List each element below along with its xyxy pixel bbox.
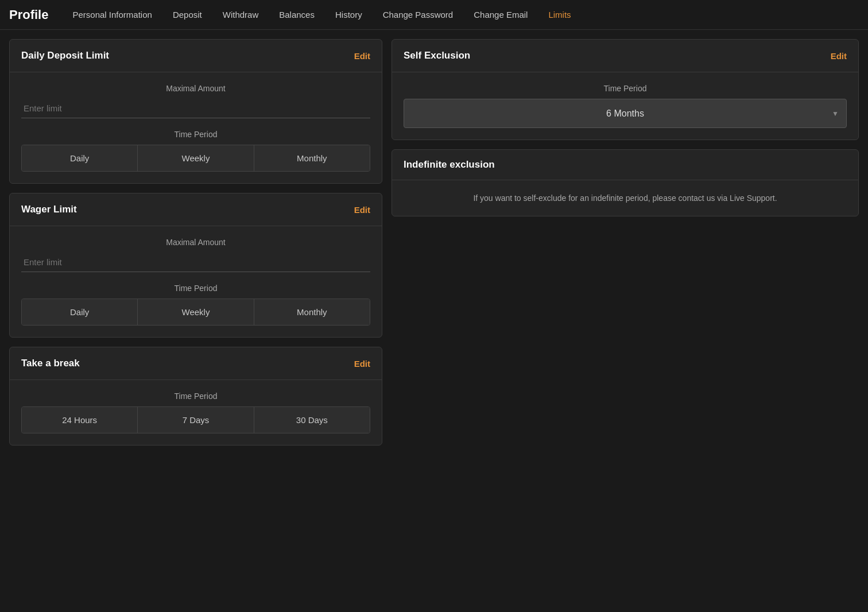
wager-limit-amount-input[interactable] — [21, 253, 370, 272]
self-exclusion-card: Self Exclusion Edit Time Period 1 Month … — [392, 39, 859, 140]
take-a-break-edit-button[interactable]: Edit — [354, 359, 370, 369]
nav-personal-information[interactable]: Personal Information — [62, 0, 162, 30]
wager-limit-edit-button[interactable]: Edit — [354, 205, 370, 215]
self-exclusion-edit-button[interactable]: Edit — [831, 51, 847, 61]
wager-limit-title: Wager Limit — [21, 204, 77, 215]
nav-limits[interactable]: Limits — [538, 0, 581, 30]
daily-deposit-body: Maximal Amount Time Period Daily Weekly … — [10, 72, 382, 183]
indefinite-exclusion-header: Indefinite exclusion — [392, 150, 858, 180]
indefinite-exclusion-body: If you want to self-exclude for an indef… — [392, 180, 858, 216]
nav-deposit[interactable]: Deposit — [162, 0, 212, 30]
daily-deposit-header: Daily Deposit Limit Edit — [10, 40, 382, 72]
self-exclusion-select[interactable]: 1 Month 3 Months 6 Months 1 Year 2 Years… — [404, 99, 847, 128]
nav-balances[interactable]: Balances — [269, 0, 325, 30]
take-a-break-body: Time Period 24 Hours 7 Days 30 Days — [10, 380, 382, 445]
wager-limit-period-monthly[interactable]: Monthly — [254, 299, 370, 325]
nav-change-password[interactable]: Change Password — [373, 0, 464, 30]
daily-deposit-period-monthly[interactable]: Monthly — [254, 145, 370, 171]
indefinite-exclusion-description: If you want to self-exclude for an indef… — [404, 192, 847, 204]
indefinite-exclusion-title: Indefinite exclusion — [404, 159, 495, 171]
daily-deposit-amount-label: Maximal Amount — [21, 84, 370, 93]
take-a-break-header: Take a break Edit — [10, 347, 382, 380]
nav-withdraw[interactable]: Withdraw — [212, 0, 269, 30]
take-a-break-title: Take a break — [21, 358, 80, 369]
wager-limit-period-weekly[interactable]: Weekly — [138, 299, 254, 325]
daily-deposit-period-daily[interactable]: Daily — [22, 145, 138, 171]
take-a-break-period-7d[interactable]: 7 Days — [138, 407, 254, 433]
daily-deposit-period-weekly[interactable]: Weekly — [138, 145, 254, 171]
wager-limit-period-label: Time Period — [21, 284, 370, 293]
self-exclusion-title: Self Exclusion — [404, 50, 470, 61]
take-a-break-period-group: 24 Hours 7 Days 30 Days — [21, 406, 370, 433]
take-a-break-period-label: Time Period — [21, 392, 370, 401]
main-content: Daily Deposit Limit Edit Maximal Amount … — [0, 30, 868, 455]
navigation: Profile Personal Information Deposit Wit… — [0, 0, 868, 30]
nav-history[interactable]: History — [325, 0, 373, 30]
wager-limit-amount-label: Maximal Amount — [21, 238, 370, 247]
nav-change-email[interactable]: Change Email — [463, 0, 538, 30]
daily-deposit-period-label: Time Period — [21, 130, 370, 139]
self-exclusion-body: Time Period 1 Month 3 Months 6 Months 1 … — [392, 72, 858, 140]
take-a-break-period-30d[interactable]: 30 Days — [254, 407, 370, 433]
daily-deposit-edit-button[interactable]: Edit — [354, 51, 370, 61]
daily-deposit-period-group: Daily Weekly Monthly — [21, 145, 370, 172]
daily-deposit-title: Daily Deposit Limit — [21, 50, 109, 61]
wager-limit-card: Wager Limit Edit Maximal Amount Time Per… — [9, 193, 382, 338]
self-exclusion-period-label: Time Period — [404, 84, 847, 93]
take-a-break-card: Take a break Edit Time Period 24 Hours 7… — [9, 347, 382, 446]
self-exclusion-select-wrapper: 1 Month 3 Months 6 Months 1 Year 2 Years… — [404, 99, 847, 128]
wager-limit-header: Wager Limit Edit — [10, 193, 382, 226]
self-exclusion-header: Self Exclusion Edit — [392, 40, 858, 72]
wager-limit-body: Maximal Amount Time Period Daily Weekly … — [10, 226, 382, 337]
wager-limit-period-daily[interactable]: Daily — [22, 299, 138, 325]
take-a-break-period-24h[interactable]: 24 Hours — [22, 407, 138, 433]
wager-limit-period-group: Daily Weekly Monthly — [21, 299, 370, 326]
daily-deposit-card: Daily Deposit Limit Edit Maximal Amount … — [9, 39, 382, 184]
brand-logo: Profile — [9, 7, 48, 22]
right-column: Self Exclusion Edit Time Period 1 Month … — [392, 39, 859, 446]
left-column: Daily Deposit Limit Edit Maximal Amount … — [9, 39, 382, 446]
indefinite-exclusion-card: Indefinite exclusion If you want to self… — [392, 149, 859, 216]
daily-deposit-amount-input[interactable] — [21, 99, 370, 118]
